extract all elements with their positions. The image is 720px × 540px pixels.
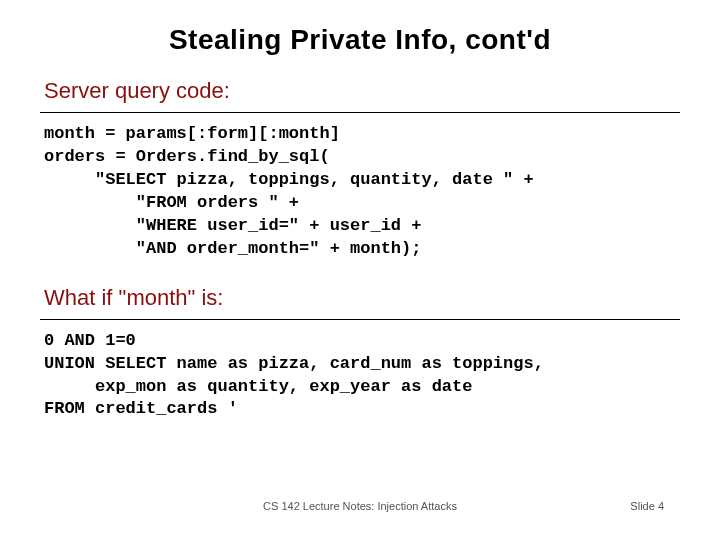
footer-center: CS 142 Lecture Notes: Injection Attacks xyxy=(0,500,720,512)
slide-footer: CS 142 Lecture Notes: Injection Attacks … xyxy=(0,500,720,512)
slide-title: Stealing Private Info, cont'd xyxy=(40,24,680,56)
code-block-server-query: month = params[:form][:month] orders = O… xyxy=(44,123,680,261)
slide: Stealing Private Info, cont'd Server que… xyxy=(0,0,720,540)
separator xyxy=(40,319,680,320)
section-heading-what-if: What if "month" is: xyxy=(44,285,680,311)
code-block-injection-payload: 0 AND 1=0 UNION SELECT name as pizza, ca… xyxy=(44,330,680,422)
separator xyxy=(40,112,680,113)
section-heading-server-code: Server query code: xyxy=(44,78,680,104)
